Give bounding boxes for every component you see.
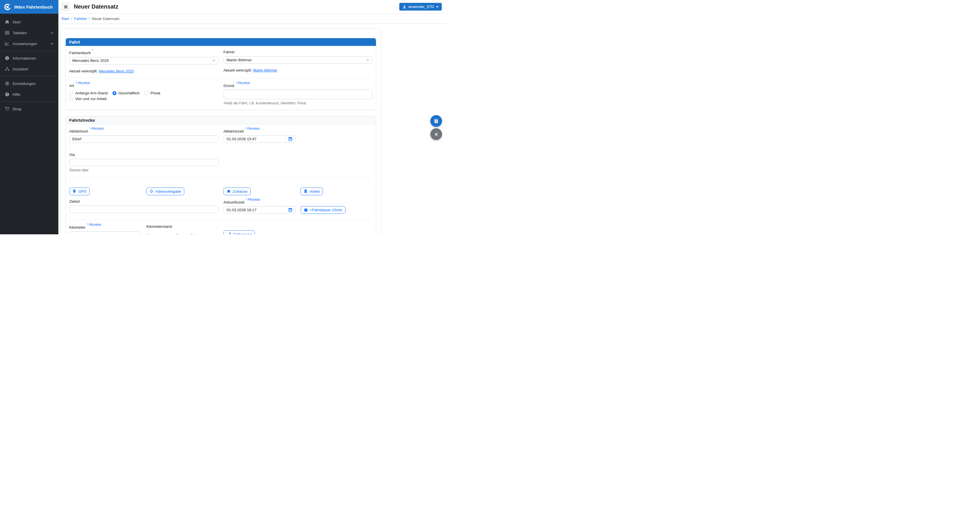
user-menu-button[interactable]: anwender_STD <box>399 3 442 11</box>
art-radio-privat[interactable]: Privat <box>145 91 160 95</box>
art-radio-von-und-zur-arbeit[interactable]: Von und zur Arbeit <box>69 97 107 101</box>
breadcrumb: Start / Fahrten / Neuer Datensatz <box>58 14 447 21</box>
person-icon <box>402 5 406 9</box>
app-brand-name: INtex Fahrtenbuch <box>14 5 52 10</box>
fahrtdauer-button[interactable]: +Fahrtdauer 15min <box>301 206 345 214</box>
breadcrumb-link-fahrten[interactable]: Fahrten <box>74 16 87 21</box>
fahrtstrecke-section-header: Fahrtstrecke <box>66 116 376 124</box>
abfahrtszeit-label: Abfahrtszeit* Pflichtfeld <box>224 128 373 133</box>
ankunftszeit-input-group <box>224 206 296 214</box>
chevron-down-icon <box>366 58 369 62</box>
gps-button[interactable]: GPS <box>69 188 90 195</box>
adresseingabe-button[interactable]: Adresseingabe <box>146 188 184 195</box>
sidebar-item-einstellungen[interactable]: Einstellungen <box>0 78 58 89</box>
record-form-card: Fahrt Fahrtenbuch* Mercedes Benz 2025 A <box>60 28 381 234</box>
breadcrumb-link-start[interactable]: Start <box>61 16 69 21</box>
page-title: Neuer Datensatz <box>74 3 118 10</box>
sidebar-item-assistent[interactable]: Assistent <box>0 64 58 74</box>
fahrtenbuch-label: Fahrtenbuch* <box>69 50 218 55</box>
abfahrtsort-label: Abfahrtsort* Pflichtfeld <box>69 128 218 133</box>
sidebar-nav: Start Tabellen Auswertungen Informatione… <box>0 14 58 114</box>
sidebar-item-tabellen[interactable]: Tabellen <box>0 27 58 38</box>
geo-pin-icon <box>72 189 76 193</box>
fahrer-selected-value: Martin Böhmer <box>227 58 252 62</box>
fahrtenbuch-select[interactable]: Mercedes Benz 2025 <box>69 57 218 64</box>
sidebar: INtex Fahrtenbuch Start Tabellen Auswert… <box>0 0 58 234</box>
fahrtenbuch-linked-info: Aktuell verknüpft:Mercedes Benz 2025 <box>69 69 218 73</box>
hamburger-icon <box>64 5 68 9</box>
zielort-input[interactable] <box>69 206 218 213</box>
sidebar-item-auswertungen[interactable]: Auswertungen <box>0 38 58 49</box>
fahrer-linked-link[interactable]: Martin Böhmer <box>253 68 277 72</box>
menu-toggle-button[interactable] <box>61 2 70 11</box>
user-name: anwender_STD <box>409 5 434 9</box>
required-hint: * Pflichtfeld <box>245 127 259 130</box>
required-hint: * Pflichtfeld <box>75 81 90 85</box>
ankunftszeit-input[interactable] <box>224 206 285 213</box>
abfahrtszeit-input[interactable] <box>224 136 285 142</box>
sidebar-item-hilfe[interactable]: Hilfe <box>0 89 58 100</box>
cart-icon <box>5 107 10 111</box>
breadcrumb-separator: / <box>71 16 72 21</box>
sidebar-item-informationen[interactable]: Informationen <box>0 53 58 64</box>
radio-circle-icon <box>145 91 148 95</box>
via-input[interactable] <box>69 159 218 166</box>
house-icon <box>227 189 231 193</box>
info-circle-icon <box>5 56 10 61</box>
art-radio-anfangs-km-stand[interactable]: Anfangs-Km-Stand <box>69 91 108 95</box>
fahrer-label: Fahrer <box>224 50 373 54</box>
kilometer-label: Kilometer* Pflichtfeld <box>69 224 141 230</box>
sidebar-divider <box>0 51 58 51</box>
required-hint: * Pflichtfeld <box>235 81 250 85</box>
grund-input[interactable] <box>224 89 373 99</box>
kilometer-input[interactable] <box>69 231 141 235</box>
app-brand[interactable]: INtex Fahrtenbuch <box>0 0 58 14</box>
via-label: Via <box>69 153 218 157</box>
sidebar-item-start[interactable]: Start <box>0 16 58 27</box>
table-icon <box>5 30 10 35</box>
abfahrtszeit-calendar-button[interactable] <box>285 136 295 142</box>
chevron-down-icon <box>212 59 215 62</box>
radio-circle-icon <box>69 91 73 95</box>
close-button[interactable] <box>430 128 442 140</box>
sitemap-icon <box>5 67 10 71</box>
breadcrumb-current: Neuer Datensatz <box>92 16 120 21</box>
save-button[interactable] <box>430 115 442 127</box>
sidebar-divider <box>0 76 58 77</box>
ankunftszeit-calendar-button[interactable] <box>285 206 295 213</box>
breadcrumb-separator: / <box>89 16 90 21</box>
caret-down-icon <box>436 6 439 8</box>
fahrt-section: Fahrt Fahrtenbuch* Mercedes Benz 2025 A <box>65 38 376 110</box>
kilometerstand-label: Kilometerstand <box>146 224 218 228</box>
required-hint: * Pflichtfeld <box>87 223 101 227</box>
sidebar-item-shop[interactable]: Shop <box>0 104 58 114</box>
divider <box>69 78 372 78</box>
arbeit-button[interactable]: Arbeit <box>301 188 323 195</box>
divider <box>69 178 372 178</box>
abfahrtsort-input[interactable] <box>69 136 218 143</box>
chevron-down-icon <box>50 31 54 35</box>
calendar-icon <box>288 137 293 141</box>
grund-help-text: Anlaß der Fahrt, z.B. Kundenbesuch, Heim… <box>224 101 373 105</box>
clock-icon <box>304 208 308 212</box>
zielort-label: Zielort <box>69 199 218 204</box>
via-help-text: Strecke über <box>69 168 218 172</box>
home-icon <box>5 20 10 24</box>
entfernung-button[interactable]: Entfernung <box>224 230 255 234</box>
fahrt-section-header: Fahrt <box>66 38 376 46</box>
required-hint: * Pflichtfeld <box>89 127 103 130</box>
required-hint: * Pflichtfeld <box>246 198 260 201</box>
art-radio-geschaeftlich[interactable]: Geschäftlich <box>113 91 140 95</box>
dotted-divider <box>60 23 447 24</box>
fahrer-select[interactable]: Martin Böhmer <box>224 56 373 64</box>
art-label: Art* Pflichtfeld <box>69 83 218 88</box>
main-area: Neuer Datensatz anwender_STD Start / Fah… <box>58 0 447 234</box>
radio-circle-icon <box>69 97 73 101</box>
topbar: Neuer Datensatz anwender_STD <box>58 0 447 14</box>
fahrtenbuch-linked-link[interactable]: Mercedes Benz 2025 <box>99 69 134 73</box>
fahrtstrecke-section: Fahrtstrecke Abfahrtsort* Pflichtfeld Ab… <box>65 116 376 234</box>
building-icon <box>304 189 308 193</box>
ankunftszeit-label: Ankunftszeit* Pflichtfeld <box>224 199 373 204</box>
crosshair-icon <box>150 189 154 193</box>
zuhause-button[interactable]: Zuhause <box>224 188 251 195</box>
